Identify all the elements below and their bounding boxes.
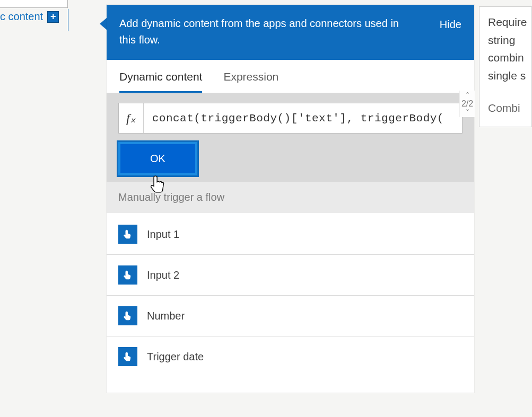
list-item[interactable]: Trigger date xyxy=(107,336,474,377)
tooltip-line: single s xyxy=(488,67,529,85)
touch-icon xyxy=(118,225,137,244)
dynamic-content-panel: Add dynamic content from the apps and co… xyxy=(107,5,474,393)
panel-title: Add dynamic content from the apps and co… xyxy=(119,15,400,48)
paginator-value: 2/2 xyxy=(461,99,473,109)
section-header: Manually trigger a flow xyxy=(107,182,474,213)
paginator: ˄ 2/2 ˅ xyxy=(459,91,475,117)
tooltip: Require string combin single s Combi xyxy=(479,6,532,127)
fx-icon: fₓ xyxy=(119,103,144,133)
dynamic-content-link-label: c content xyxy=(0,11,43,23)
touch-icon xyxy=(118,265,137,285)
list-item-label: Input 2 xyxy=(147,269,179,281)
list-item[interactable]: Input 1 xyxy=(107,214,474,255)
touch-icon xyxy=(118,347,137,366)
tooltip-line: Require xyxy=(488,13,529,31)
tooltip-secondary: Combi xyxy=(488,99,529,117)
list-item[interactable]: Input 2 xyxy=(107,255,474,296)
tooltip-line: string xyxy=(488,31,529,49)
list-item[interactable]: Number xyxy=(107,296,474,336)
panel-header: Add dynamic content from the apps and co… xyxy=(107,5,474,60)
expression-input-wrap: fₓ xyxy=(118,103,463,134)
plus-icon[interactable]: + xyxy=(47,11,59,23)
tabs: Dynamic content Expression xyxy=(107,60,474,93)
dynamic-content-link[interactable]: c content + xyxy=(0,11,59,23)
list-item-label: Trigger date xyxy=(147,351,204,363)
dynamic-content-list: Input 1 Input 2 Number Trigger date xyxy=(107,213,474,393)
tab-expression[interactable]: Expression xyxy=(223,70,278,93)
left-input-fragment xyxy=(0,0,68,8)
ok-button[interactable]: OK xyxy=(118,142,197,175)
hide-link[interactable]: Hide xyxy=(440,15,461,33)
list-item-label: Number xyxy=(147,310,185,322)
list-item-label: Input 1 xyxy=(147,228,179,241)
expression-area: fₓ OK xyxy=(107,93,474,182)
paginator-up-icon[interactable]: ˄ xyxy=(466,92,469,99)
tab-dynamic-content[interactable]: Dynamic content xyxy=(119,70,202,93)
expression-input[interactable] xyxy=(144,103,462,133)
tooltip-line: combin xyxy=(488,49,529,67)
paginator-down-icon[interactable]: ˅ xyxy=(466,109,469,116)
panel-pointer-icon xyxy=(100,17,107,30)
touch-icon xyxy=(118,306,137,325)
left-divider xyxy=(68,9,68,31)
